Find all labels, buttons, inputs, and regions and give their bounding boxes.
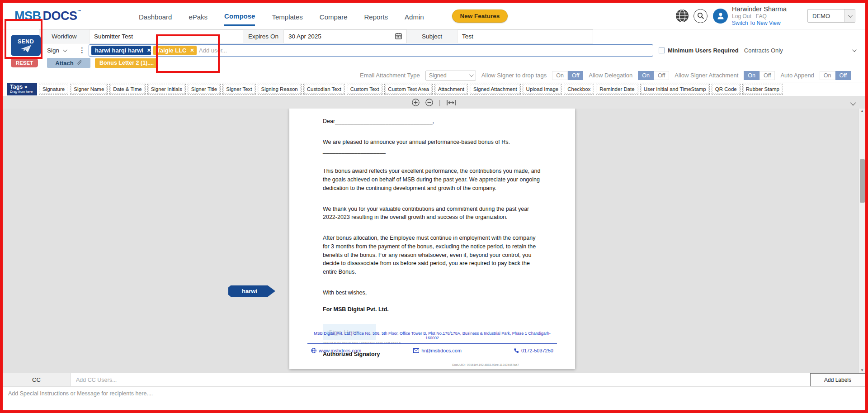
special-instructions-input[interactable]	[3, 387, 865, 410]
toggle-on-option[interactable]: On	[820, 71, 835, 80]
tag-custodian-text[interactable]: Custodian Text	[303, 84, 345, 95]
tag-signed-attachment[interactable]: Signed Attachment	[470, 84, 521, 95]
nav-dashboard[interactable]: Dashboard	[139, 7, 172, 25]
nav-compare[interactable]: Compare	[320, 7, 348, 25]
zoom-out-icon[interactable]	[425, 99, 433, 106]
toggle-on-option[interactable]: On	[638, 71, 654, 80]
send-button[interactable]: SEND	[11, 35, 41, 56]
email-attachment-type-label: Email Attachment Type	[360, 72, 420, 79]
envelope-icon	[413, 348, 419, 353]
phone-item: 0172-5037250	[514, 348, 553, 353]
tag-date-time[interactable]: Date & Time	[109, 84, 145, 95]
switch-to-new-view-link[interactable]: Switch To New View	[732, 20, 787, 27]
subject-input[interactable]: Test	[458, 29, 593, 43]
main-nav: Dashboard ePaks Compose Templates Compar…	[139, 6, 424, 26]
footer-divider	[307, 343, 557, 344]
minimum-users-checkbox[interactable]	[659, 47, 665, 53]
toggle-off-option[interactable]: Off	[568, 71, 583, 80]
zoom-in-icon[interactable]	[412, 99, 420, 106]
tag-attachment[interactable]: Attachment	[434, 84, 468, 95]
fit-width-icon[interactable]	[446, 100, 456, 106]
scroll-down-icon[interactable]: ▼	[859, 368, 865, 372]
remove-recipient-icon[interactable]: ✕	[147, 47, 151, 53]
tag-signer-initials[interactable]: Signer Initials	[147, 84, 186, 95]
logo-trademark: ™	[77, 9, 81, 14]
calendar-icon[interactable]	[395, 33, 402, 41]
doc-company: For MSB Digital Pvt. Ltd.	[323, 305, 542, 314]
doc-paragraph-1: This bonus award reflects your excellent…	[323, 167, 542, 192]
tags-title: Tags »	[10, 84, 34, 90]
recipient-chip[interactable]: Taigle LLC ✕	[153, 46, 197, 55]
toggle-off-option[interactable]: Off	[654, 71, 669, 80]
user-avatar[interactable]	[713, 9, 728, 24]
nav-epaks[interactable]: ePaks	[189, 7, 208, 25]
allow-delegation-toggle: On Off	[638, 71, 669, 80]
toggle-on-option[interactable]: On	[744, 71, 760, 80]
more-options-icon[interactable]: ⋮	[79, 46, 85, 54]
workflow-name-input[interactable]: Submitter Test	[90, 29, 243, 43]
tag-qr-code[interactable]: QR Code	[712, 84, 741, 95]
nav-templates[interactable]: Templates	[272, 7, 302, 25]
doc-closing: With best wishes,	[323, 289, 542, 297]
tag-signature[interactable]: Signature	[39, 84, 68, 95]
scrollbar-thumb[interactable]	[860, 159, 865, 203]
contracts-only-select[interactable]: Contracts Only	[739, 47, 865, 54]
collapse-panel-chevron-icon[interactable]	[850, 99, 854, 107]
email-attachment-type-select[interactable]: Signed	[425, 71, 476, 81]
attached-document-chip[interactable]: Bonus Letter 2 (1)....	[95, 58, 158, 68]
document-page: Dear_______________________________, We …	[289, 109, 575, 369]
new-features-button[interactable]: New Features	[452, 9, 508, 23]
tag-signing-reason[interactable]: Signing Reason	[258, 84, 302, 95]
remove-recipient-icon[interactable]: ✕	[190, 47, 194, 53]
tag-checkbox[interactable]: Checkbox	[564, 84, 594, 95]
tag-user-initial-timestamp[interactable]: User Initial and TimeStamp	[640, 84, 710, 95]
chevron-down-icon	[63, 47, 67, 52]
recipient-signature-tag[interactable]: harwi	[228, 285, 275, 297]
tag-reminder-date[interactable]: Reminder Date	[596, 84, 638, 95]
allow-drop-tags-toggle: On Off	[552, 71, 583, 80]
logout-link[interactable]: Log Out	[732, 13, 751, 19]
minimum-users-label: Minimum Users Required	[668, 47, 739, 54]
search-icon[interactable]	[693, 9, 708, 23]
action-type-value: Sign	[47, 47, 59, 54]
logo-part-docs: DOCS	[43, 9, 77, 23]
add-labels-button[interactable]: Add Labels	[810, 373, 865, 386]
workflow-label: Workflow	[39, 29, 90, 43]
chevron-down-icon	[848, 13, 853, 18]
recipient-chip[interactable]: harwi harqi harwi ✕	[91, 46, 151, 55]
tag-upload-image[interactable]: Upload Image	[523, 84, 562, 95]
add-user-input[interactable]	[199, 47, 651, 54]
cc-row: CC Add Labels	[3, 373, 865, 386]
allow-signer-attachment-label: Allow Signer Attachment	[675, 72, 738, 79]
attachments-row: Attach Bonus Letter 2 (1)....	[3, 57, 865, 69]
tag-signer-text[interactable]: Signer Text	[222, 84, 255, 95]
environment-select[interactable]: DEMO	[807, 9, 855, 23]
toggle-on-option[interactable]: On	[552, 71, 568, 80]
reset-button[interactable]: RESET	[11, 58, 38, 67]
toggle-off-option[interactable]: Off	[835, 71, 851, 80]
language-globe-icon[interactable]	[675, 9, 689, 23]
send-button-label: SEND	[18, 38, 34, 45]
attach-button[interactable]: Attach	[47, 58, 90, 68]
environment-dropdown-arrow[interactable]	[844, 9, 855, 22]
action-type-select[interactable]: Sign	[47, 47, 79, 54]
nav-compose[interactable]: Compose	[224, 6, 255, 26]
tag-rubber-stamp[interactable]: Rubber Stamp	[742, 84, 783, 95]
cc-users-input[interactable]	[71, 373, 810, 386]
tag-custom-text-area[interactable]: Custom Text Area	[384, 84, 433, 95]
nav-admin[interactable]: Admin	[405, 7, 424, 25]
scroll-up-icon[interactable]: ▲	[859, 109, 865, 113]
phone-icon	[514, 348, 519, 353]
email-attachment-type-value: Signed	[429, 72, 447, 79]
document-scrollbar[interactable]: ▲ ▼	[859, 109, 865, 373]
tag-signer-name[interactable]: Signer Name	[70, 84, 108, 95]
doc-paragraph-3: After bonus allocation, the Employee mus…	[323, 234, 542, 276]
nav-reports[interactable]: Reports	[364, 7, 388, 25]
tag-signer-title[interactable]: Signer Title	[188, 84, 221, 95]
email-text: hr@msbdocs.com	[421, 348, 462, 353]
toggle-off-option[interactable]: Off	[760, 71, 775, 80]
recipients-input-box[interactable]: harwi harqi harwi ✕ Taigle LLC ✕	[89, 44, 653, 57]
tag-custom-text[interactable]: Custom Text	[347, 84, 383, 95]
faq-link[interactable]: FAQ	[756, 13, 767, 19]
expires-on-field[interactable]: 30 Apr 2025	[284, 29, 407, 43]
